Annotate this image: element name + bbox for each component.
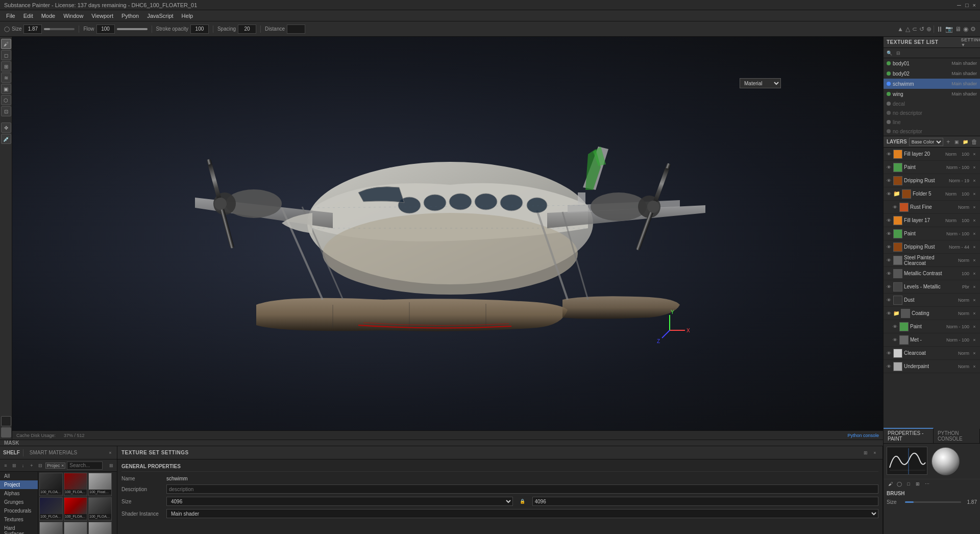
shelf-item-s3[interactable]: 100_Floater...: [88, 473, 112, 496]
layer-eye-folder5[interactable]: 👁: [886, 191, 892, 197]
layer-close-rust[interactable]: ×: [971, 177, 978, 184]
ts-search-icon[interactable]: 🔍: [886, 50, 893, 57]
layer-eye-rustfine[interactable]: 👁: [892, 204, 898, 210]
layer-close-paint3[interactable]: ×: [971, 323, 978, 330]
layer-eye-metallic[interactable]: 👁: [886, 271, 892, 277]
close-btn[interactable]: ×: [973, 2, 976, 8]
layer-eye-paint3[interactable]: 👁: [892, 324, 898, 330]
material-select[interactable]: Material Metallic Roughness Normal Albed…: [740, 78, 781, 88]
menu-window[interactable]: Window: [59, 12, 87, 20]
shelf-item-s4[interactable]: 100_FLOAT...: [39, 497, 63, 521]
layer-close-paint2[interactable]: ×: [971, 230, 978, 237]
cat-grunges[interactable]: Grunges: [0, 498, 38, 506]
camera-icon[interactable]: 📷: [945, 26, 953, 33]
layer-close-folder5[interactable]: ×: [971, 190, 978, 198]
shelf-view-grid[interactable]: ⊞: [11, 462, 18, 469]
ts-settings-expand[interactable]: ⊞: [862, 449, 869, 456]
shelf-item-s7[interactable]: 100_FLOAT...: [39, 522, 63, 534]
layer-close-dust[interactable]: ×: [971, 297, 978, 304]
menu-help[interactable]: Help: [178, 12, 198, 20]
settings-size-input2[interactable]: [532, 497, 879, 506]
shelf-item-s2[interactable]: 100_FLOAT...: [64, 473, 87, 496]
add-folder-btn[interactable]: 📁: [962, 138, 969, 145]
brush-tool-grid[interactable]: ⊞: [914, 480, 921, 488]
tool-transform[interactable]: ✥: [1, 123, 11, 133]
layer-eye-paint2[interactable]: 👁: [886, 231, 892, 237]
cat-hard-surfaces[interactable]: Hard Surfaces: [0, 524, 38, 534]
python-console-link[interactable]: Python console: [847, 433, 879, 438]
layer-met1[interactable]: 👁 Met - Norm - 100 ×: [884, 333, 980, 347]
settings-top-icon[interactable]: ⚙: [970, 26, 976, 33]
viewport-icon-1[interactable]: ▲: [897, 26, 903, 33]
tool-smear[interactable]: ≋: [1, 72, 11, 83]
cat-procedurals[interactable]: Procedurals: [0, 506, 38, 515]
layer-close-paint1[interactable]: ×: [971, 164, 978, 171]
layer-underpaint[interactable]: 👁 Underpaint Norm ×: [884, 360, 980, 373]
tab-python-console[interactable]: PYTHON CONSOLE: [934, 429, 980, 443]
menu-mode[interactable]: Mode: [37, 12, 60, 20]
shelf-item-s9[interactable]: 100_FLOAT...: [88, 522, 112, 534]
layer-close-fill17[interactable]: ×: [971, 217, 978, 224]
tool-color-bg[interactable]: [1, 427, 11, 438]
menu-javascript[interactable]: JavaScript: [143, 12, 177, 20]
ts-item-line[interactable]: line: [884, 117, 980, 127]
cat-project[interactable]: Project: [0, 480, 38, 489]
tool-paint[interactable]: 🖌: [1, 39, 11, 49]
layer-coating[interactable]: 👁 📁 Coating Norm ×: [884, 307, 980, 320]
brush-size-slider[interactable]: [905, 501, 961, 503]
tool-clone[interactable]: ⊞: [1, 61, 11, 71]
tool-polygon[interactable]: ⬡: [1, 95, 11, 105]
layer-eye-met1[interactable]: 👁: [892, 337, 898, 343]
toolbar-stroke-opacity-input[interactable]: [190, 25, 209, 34]
layer-paint1[interactable]: 👁 Paint Norm - 100 ×: [884, 161, 980, 174]
tab-properties-paint[interactable]: PROPERTIES - PAINT: [884, 428, 934, 443]
layer-close-clearcoat[interactable]: ×: [971, 350, 978, 357]
layer-levels-metallic[interactable]: 👁 Levels - Metallic Pbr ×: [884, 280, 980, 294]
ts-item-schwimm[interactable]: schwimm Main shader: [884, 79, 980, 89]
delete-layer-btn[interactable]: 🗑: [971, 138, 978, 145]
layer-close-fill20[interactable]: ×: [971, 151, 978, 158]
minimize-btn[interactable]: ─: [957, 2, 961, 8]
shelf-item-s8[interactable]: 100_Floater...: [64, 522, 87, 534]
layer-dripping-rust[interactable]: 👁 Dripping Rust Norm - 19 ×: [884, 174, 980, 187]
tool-color-fg[interactable]: [1, 416, 11, 426]
viewport-icon-5[interactable]: ⊕: [926, 26, 932, 33]
layer-clearcoat[interactable]: 👁 Clearcoat Norm ×: [884, 347, 980, 360]
brush-tool-paint[interactable]: 🖌: [887, 480, 894, 488]
menu-edit[interactable]: Edit: [19, 12, 37, 20]
toolbar-flow-input[interactable]: [96, 25, 115, 34]
smart-materials-btn[interactable]: SMART MATERIALS: [27, 449, 80, 456]
layer-close-rustfine[interactable]: ×: [971, 204, 978, 211]
ts-filter-icon[interactable]: ⊟: [895, 50, 902, 57]
layer-close-metallic[interactable]: ×: [971, 270, 978, 277]
settings-desc-input[interactable]: [166, 484, 878, 494]
add-layer-btn[interactable]: +: [945, 138, 952, 145]
blend-mode-select[interactable]: Base Color: [909, 138, 943, 146]
tool-fill[interactable]: ▣: [1, 84, 11, 94]
settings-size-select[interactable]: 4096 2048 1024: [166, 497, 513, 506]
layer-close-levels[interactable]: ×: [971, 283, 978, 290]
render-icon[interactable]: ◉: [963, 26, 968, 33]
settings-shader-select[interactable]: Main shader: [166, 509, 878, 518]
layer-steel-painted[interactable]: 👁 Steel Painted Clearcoat Norm ×: [884, 254, 980, 267]
shelf-item-s6[interactable]: 100_FLOAT...: [88, 497, 112, 521]
layer-paint3[interactable]: 👁 Paint Norm - 100 ×: [884, 320, 980, 333]
tool-color-picker[interactable]: 💉: [1, 134, 11, 144]
cat-alphas[interactable]: Alphas: [0, 489, 38, 498]
shelf-search-input[interactable]: [67, 462, 103, 470]
layer-rust-fine[interactable]: 👁 Rust Fine Norm ×: [884, 201, 980, 214]
menu-python[interactable]: Python: [117, 12, 143, 20]
layer-metallic[interactable]: 👁 Metallic Contrast 100 ×: [884, 267, 980, 280]
viewport-icon-2[interactable]: △: [905, 26, 910, 33]
ts-item-body02[interactable]: body02 Main shader: [884, 68, 980, 79]
add-fill-btn[interactable]: ▣: [953, 138, 961, 145]
layer-dust[interactable]: 👁 Dust Norm ×: [884, 294, 980, 307]
layer-eye-underpaint[interactable]: 👁: [886, 363, 892, 370]
play-icon[interactable]: ⏸: [936, 25, 943, 33]
layer-fill20[interactable]: 👁 Fill layer 20 Norm 100 ×: [884, 148, 980, 161]
shelf-grid-size-btn[interactable]: ⊞: [108, 462, 115, 469]
toolbar-distance-input[interactable]: [287, 25, 305, 34]
maximize-btn[interactable]: □: [965, 2, 969, 8]
layer-close-met1[interactable]: ×: [971, 336, 978, 344]
layer-eye-fill17[interactable]: 👁: [886, 217, 892, 224]
